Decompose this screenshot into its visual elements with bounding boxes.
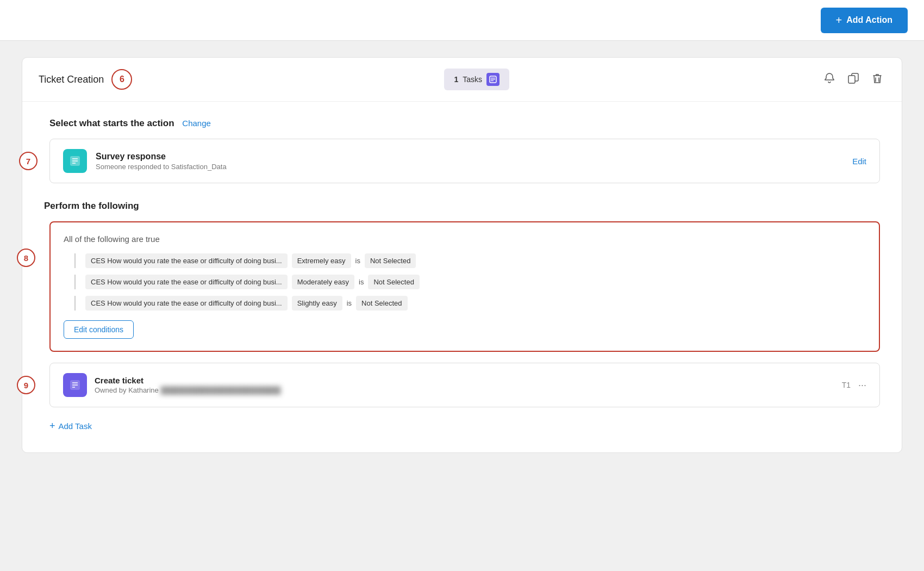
condition-value-2: Slightly easy [292,296,342,311]
perform-title: Perform the following [44,201,880,212]
conditions-header: All of the following are true [64,234,866,244]
step-6-badge: 6 [111,69,132,90]
plus-icon: + [836,14,842,27]
conditions-list: CES How would you rate the ease or diffi… [74,253,866,311]
condition-row: CES How would you rate the ease or diffi… [74,275,866,289]
add-task-label: Add Task [59,421,92,431]
action-name: Create ticket [95,376,280,385]
trigger-row: Survey response Someone responded to Sat… [49,139,880,183]
perform-section: Perform the following 8 All of the follo… [44,201,880,436]
edit-conditions-button[interactable]: Edit conditions [64,320,134,339]
card-title-area: Ticket Creation 6 [39,69,132,90]
delete-button[interactable] [869,70,885,89]
card-actions [821,70,885,89]
step-8-badge: 8 [17,249,35,267]
copy-button[interactable] [845,70,861,89]
change-link[interactable]: Change [182,119,211,128]
action-desc: Owned by Katharine █████████████████████… [95,386,280,394]
trigger-info: Survey response Someone responded to Sat… [63,149,227,173]
condition-field-1: CES How would you rate the ease or diffi… [85,275,288,289]
action-icon [63,373,87,397]
trigger-desc: Someone responded to Satisfaction_Data [96,163,227,171]
condition-op-1: is [359,278,364,286]
step-7-badge: 7 [19,152,38,170]
trigger-name: Survey response [96,152,227,162]
trigger-icon [63,149,87,173]
add-action-button[interactable]: + Add Action [821,8,908,33]
condition-op-0: is [355,257,360,265]
trigger-text: Survey response Someone responded to Sat… [96,152,227,171]
step-9-badge: 9 [17,376,35,394]
condition-status-1: Not Selected [368,275,419,289]
action-row: Create ticket Owned by Katharine ███████… [49,363,880,407]
trigger-row-wrapper: 7 [49,139,880,183]
add-task-plus-icon: + [49,420,55,432]
conditions-box: All of the following are true CES How wo… [49,221,880,352]
condition-status-2: Not Selected [356,296,407,311]
trigger-section-title: Select what starts the action Change [49,118,880,129]
card-body: Select what starts the action Change 7 [22,102,902,452]
add-action-label: Add Action [846,15,892,25]
trigger-edit-link[interactable]: Edit [852,157,866,166]
condition-row: CES How would you rate the ease or diffi… [74,296,866,311]
tasks-label: Tasks [463,75,482,84]
card-header: Ticket Creation 6 1 Tasks [22,58,902,102]
card-title: Ticket Creation [39,74,104,85]
action-meta: T1 ··· [842,380,866,391]
main-content: Ticket Creation 6 1 Tasks [0,41,924,469]
condition-field-0: CES How would you rate the ease or diffi… [85,253,288,268]
top-bar: + Add Action [0,0,924,41]
conditions-wrapper: 8 All of the following are true CES How … [44,221,880,352]
action-info: Create ticket Owned by Katharine ███████… [63,373,280,397]
condition-row: CES How would you rate the ease or diffi… [74,253,866,268]
add-task-link[interactable]: + Add Task [49,416,880,436]
condition-value-1: Moderately easy [292,275,354,289]
condition-status-0: Not Selected [365,253,416,268]
condition-value-0: Extremely easy [292,253,351,268]
notification-button[interactable] [821,70,838,89]
condition-field-2: CES How would you rate the ease or diffi… [85,296,288,311]
tasks-button[interactable]: 1 Tasks [444,69,509,90]
task-id: T1 [842,381,851,389]
svg-rect-5 [848,76,855,83]
automation-card: Ticket Creation 6 1 Tasks [22,57,902,453]
trigger-section: Select what starts the action Change 7 [44,118,880,183]
more-options-icon[interactable]: ··· [858,380,866,391]
tasks-icon [486,73,500,86]
action-row-wrapper: 9 [44,363,880,407]
tasks-count: 1 [454,75,458,84]
condition-op-2: is [347,299,352,307]
action-text: Create ticket Owned by Katharine ███████… [95,376,280,394]
